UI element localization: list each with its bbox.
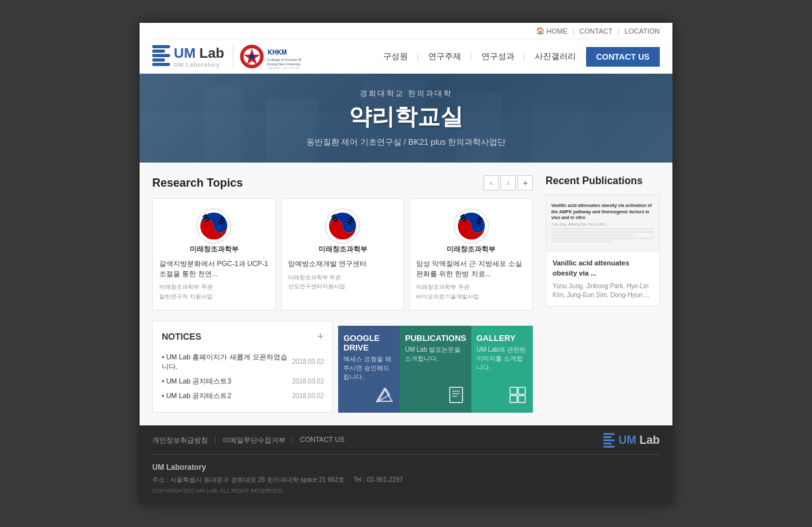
footer-privacy-link[interactable]: 개인정보취급방침	[152, 436, 208, 445]
taeguk-icon-3	[453, 208, 490, 244]
research-section: Research Topics ‹ › +	[152, 175, 533, 413]
prev-arrow-button[interactable]: ‹	[483, 175, 499, 190]
svg-rect-42	[510, 387, 517, 394]
nav-item-research-topic[interactable]: 연구주제	[418, 46, 471, 67]
gallery-desc: UM Lab에 관련된 이미지를 소개합니다.	[476, 345, 528, 372]
logo-brand: UM	[174, 45, 195, 61]
notice-3-date: 2018.03.02	[292, 392, 324, 399]
topic-card-2[interactable]: 미래창조과학부 암예방소재개발 연구센터 미래창조과학부 주관 선도연구센터지원…	[281, 198, 405, 310]
notices-add-button[interactable]: +	[317, 330, 324, 344]
notices-header: NOTICES +	[162, 330, 324, 344]
next-arrow-button[interactable]: ›	[501, 175, 516, 190]
hero-desc: 동반질환 제어 기초연구실 / BK21 plus 한의과학사업단	[306, 137, 506, 148]
footer-links: 개인정보취급방침 | 이메일무단수집거부 | CONTACT US	[152, 436, 344, 445]
footer-address: 주소 : 서울특별시 동대문구 경희대로 26 한의과대학 space 21 6…	[152, 476, 344, 483]
publications-section: Recent Publications Vanillic acid attenu…	[546, 175, 660, 413]
topic-2-org: 미래창조과학부	[318, 244, 367, 254]
pub-paper-title: Vanillic acid attenuates obesity via act…	[551, 203, 654, 220]
google-drive-link[interactable]: GOOGLE DRIVE 엑세스 요청을 해주시면 승인해드립니다.	[338, 326, 400, 413]
footer-contact-link[interactable]: CONTACT US	[300, 436, 345, 445]
hero-title: 약리학교실	[306, 102, 506, 133]
footer-tel: Tel : 02-961-2297	[353, 476, 403, 483]
nav-item-contact[interactable]: CONTACT US	[586, 47, 660, 67]
footer-bottom: UM Laboratory 주소 : 서울특별시 동대문구 경희대로 26 한의…	[152, 461, 660, 497]
notice-3-text[interactable]: UM Lab 공지테스트2	[162, 391, 232, 401]
topic-card-3[interactable]: 미래창조과학부 암성 악액질에서 근·지방세포 소실 완화를 위한 한방 치료.…	[409, 198, 533, 310]
um-lab-logo[interactable]: UM Lab UM Laboratory	[152, 45, 224, 68]
um-lab-logo-icon	[152, 45, 170, 68]
google-drive-desc: 엑세스 요청을 해주시면 승인해드립니다.	[343, 355, 395, 382]
svg-text:Kyung Hee University: Kyung Hee University	[267, 62, 301, 66]
publications-link[interactable]: PUBLICATIONS UM Lab 발표논문을 소개합니다.	[400, 326, 471, 413]
topic-3-meta: 미래창조과학부 주관 바이오의료기술개발사업	[416, 283, 526, 301]
footer-logo-icon	[603, 433, 615, 448]
svg-rect-43	[518, 387, 525, 394]
notices-quicklinks-row: NOTICES + UM Lab 홈페이지가 새롭게 오픈하였습니다. 2018…	[152, 321, 533, 413]
notice-item-3[interactable]: UM Lab 공지테스트2 2018.03.02	[162, 389, 324, 403]
notice-2-text[interactable]: UM Lab 공지테스트3	[162, 377, 232, 386]
location-nav-link[interactable]: LOCATION	[625, 27, 660, 35]
top-nav: 🏠 HOME | CONTACT | LOCATION	[152, 23, 660, 39]
header-main: UM Lab UM Laboratory KHKM Co	[152, 39, 660, 74]
topics-grid: 미래창조과학부 갈색지방분화에서 PGC-1과 UCP-1 조절을 통한 천연.…	[152, 198, 533, 310]
svg-rect-13	[533, 105, 590, 163]
contact-nav-link[interactable]: CONTACT	[579, 27, 612, 35]
research-topics-title: Research Topics	[152, 177, 243, 190]
nav-item-members[interactable]: 구성원	[373, 46, 418, 67]
home-nav-label: HOME	[547, 27, 568, 35]
logo-sub: UM Laboratory	[174, 62, 224, 68]
footer-top: 개인정보취급방침 | 이메일무단수집거부 | CONTACT US UM Lab	[152, 433, 660, 455]
add-button[interactable]: +	[518, 175, 533, 190]
publication-image: Vanillic acid attenuates obesity via act…	[546, 195, 659, 252]
publication-card[interactable]: Vanillic acid attenuates obesity via act…	[546, 194, 660, 307]
notice-1-date: 2018.03.02	[292, 358, 324, 365]
nav-item-research-results[interactable]: 연구성과	[471, 46, 525, 67]
pub-title: Vanillic acid attenuates obesity via ...	[553, 258, 653, 278]
publications-title: Recent Publications	[546, 175, 643, 187]
google-drive-title: GOOGLE DRIVE	[343, 333, 395, 352]
topic-3-title: 암성 악액질에서 근·지방세포 소실 완화를 위한 한방 치료...	[416, 259, 526, 279]
topic-1-org: 미래창조과학부	[190, 244, 239, 254]
svg-text:경희대학교 한의과대학: 경희대학교 한의과대학	[267, 67, 299, 69]
svg-point-2	[249, 54, 254, 59]
hero-content: 경희대학교 한의과대학 약리학교실 동반질환 제어 기초연구실 / BK21 p…	[306, 88, 506, 148]
notices-list: UM Lab 홈페이지가 새롭게 오픈하였습니다. 2018.03.02 UM …	[162, 350, 324, 403]
publications-desc: UM Lab 발표논문을 소개합니다.	[405, 345, 466, 363]
notices-title: NOTICES	[162, 331, 201, 342]
hero-subtitle: 경희대학교 한의과대학	[306, 88, 506, 99]
topic-2-meta: 미래창조과학부 주관 선도연구센터지원사업	[288, 273, 398, 291]
taeguk-icon-2	[324, 208, 361, 244]
notices-section: NOTICES + UM Lab 홈페이지가 새롭게 오픈하였습니다. 2018…	[152, 321, 333, 413]
topic-2-title: 암예방소재개발 연구센터	[288, 259, 398, 269]
google-drive-icon	[376, 386, 393, 406]
main-content: Research Topics ‹ › +	[140, 163, 672, 425]
footer-logo: UM Lab	[603, 433, 660, 448]
publication-content: Vanillic acid attenuates obesity via ...…	[546, 252, 659, 306]
topic-3-org: 미래창조과학부	[447, 244, 495, 254]
footer-org: UM Laboratory	[152, 461, 660, 475]
khkm-text-icon: KHKM College of Korean Medicine Kyung He…	[266, 44, 301, 69]
topic-card-1[interactable]: 미래창조과학부 갈색지방분화에서 PGC-1과 UCP-1 조절을 통한 천연.…	[152, 198, 276, 310]
hero-banner: 경희대학교 한의과대학 약리학교실 동반질환 제어 기초연구실 / BK21 p…	[140, 74, 672, 163]
svg-rect-9	[203, 86, 241, 163]
footer-email-link[interactable]: 이메일무단수집거부	[223, 436, 285, 445]
notice-item-1[interactable]: UM Lab 홈페이지가 새롭게 오픈하였습니다. 2018.03.02	[162, 350, 324, 374]
notice-item-2[interactable]: UM Lab 공지테스트3 2018.03.02	[162, 374, 324, 389]
home-link[interactable]: 🏠 HOME	[536, 27, 568, 35]
publications-header: Recent Publications	[546, 175, 660, 187]
home-icon: 🏠	[536, 27, 545, 35]
header: 🏠 HOME | CONTACT | LOCATION	[140, 23, 672, 74]
nav-item-gallery[interactable]: 사진갤러리	[525, 46, 586, 67]
svg-rect-45	[518, 396, 525, 403]
footer-copyright: COPYRIGHT(C) UM LAB. ALL RIGHT RESERVED.	[152, 486, 660, 496]
notice-1-text[interactable]: UM Lab 홈페이지가 새롭게 오픈하였습니다.	[162, 352, 292, 371]
publications-icon	[447, 386, 465, 406]
svg-text:KHKM: KHKM	[268, 49, 287, 56]
logo-area: UM Lab UM Laboratory KHKM Co	[152, 44, 301, 69]
footer: 개인정보취급방침 | 이메일무단수집거부 | CONTACT US UM Lab…	[140, 425, 672, 504]
gallery-link[interactable]: GALLERY UM Lab에 관련된 이미지를 소개합니다.	[471, 326, 533, 413]
publications-title: PUBLICATIONS	[405, 333, 466, 343]
logo-lab: Lab	[199, 45, 224, 61]
pub-authors: Yunu Jung, Jinbong Park, Hye-Lin Kim, Ju…	[553, 282, 653, 300]
notice-2-date: 2018.03.02	[292, 378, 324, 385]
